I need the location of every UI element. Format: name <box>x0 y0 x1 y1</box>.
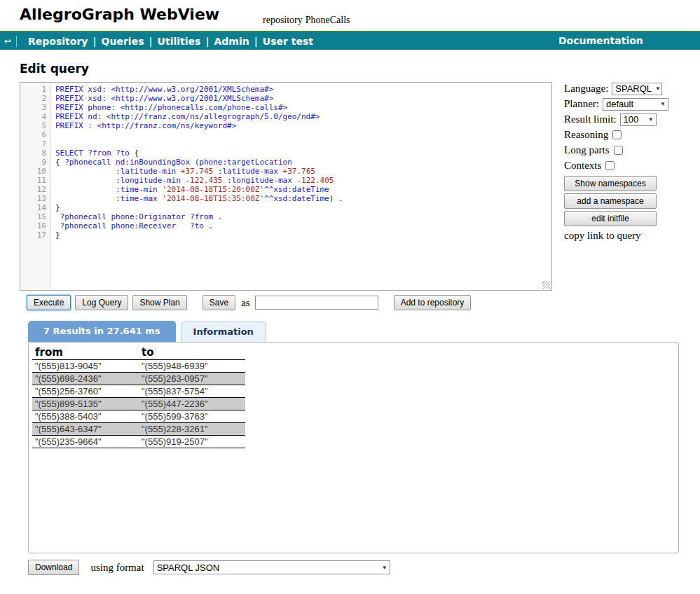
table-row: "(555)388-5403""(555)599-3763" <box>32 410 245 423</box>
reasoning-checkbox[interactable] <box>612 130 622 139</box>
result-cell: "(555)256-3760" <box>32 385 139 398</box>
contexts-checkbox[interactable] <box>605 161 615 170</box>
code-segment: PREFIX xsd: <http://www.w3.org/2001/XMLS… <box>55 94 273 103</box>
code-line: :time-min '2014-08-18T15:20:00Z'^^xsd:da… <box>55 185 551 194</box>
option-buttons: Show namespacesadd a namespaceedit initf… <box>564 176 683 226</box>
checkbox-label: Reasoning <box>564 129 608 141</box>
result-cell: "(555)228-3261" <box>139 423 245 436</box>
allegrograph-webview-app: AllegroGraph WebView repositoryPhoneCall… <box>0 0 700 594</box>
code-line: ?phonecall phone:Receiver ?to . <box>55 221 551 230</box>
code-segment: PREFIX phone: <http://phonecalls.com/pho… <box>55 103 287 112</box>
result-cell: "(555)948-6939" <box>139 360 245 373</box>
results-table-body: "(555)813-9045""(555)948-6939""(555)698-… <box>32 360 245 448</box>
planner-label: Planner: <box>564 98 599 110</box>
code-line <box>55 139 551 148</box>
line-number: 5 <box>20 121 46 130</box>
result-limit-label: Result limit: <box>564 113 617 125</box>
code-segment: :time-min <box>55 185 162 194</box>
result-cell: "(555)698-2436" <box>32 373 139 385</box>
resize-handle-icon[interactable] <box>542 281 550 289</box>
code-segment: :latitude-min <box>55 167 181 176</box>
line-number: 9 <box>20 158 46 167</box>
show-namespaces-button[interactable]: Show namespaces <box>564 176 657 191</box>
line-number: 7 <box>20 139 46 148</box>
nav-separator: | <box>205 36 209 47</box>
nav-item-repository[interactable]: Repository <box>28 36 88 47</box>
save-as-label: as <box>241 297 250 309</box>
nav-separator: | <box>149 36 152 47</box>
result-cell: "(555)388-5403" <box>32 410 139 423</box>
code-segment: ?phonecall nd:inBoundingBox (phone:targe… <box>64 158 292 167</box>
nav-item-documentation[interactable]: Documentation <box>558 35 643 46</box>
copy-link-to-query[interactable]: copy link to query <box>564 230 683 242</box>
code-segment: ^^xsd:dateTime <box>264 194 329 203</box>
tab-results[interactable]: 7 Results in 27.641 ms <box>28 321 176 342</box>
nav-item-user-test[interactable]: User test <box>263 36 313 47</box>
code-segment: SELECT ?from ?to <box>55 148 135 158</box>
code-segment: } <box>55 203 60 212</box>
result-cell: "(555)263-0957" <box>139 373 245 385</box>
code-segment: { <box>55 158 64 167</box>
table-row: "(555)643-6347""(555)228-3261" <box>32 423 245 436</box>
line-number: 13 <box>20 194 46 203</box>
chevron-down-icon: ▼ <box>648 116 654 123</box>
language-select[interactable]: SPARQL ▼ <box>612 83 662 95</box>
download-row: Download using format SPARQL JSON ▼ <box>28 560 390 575</box>
code-segment: . <box>209 221 214 230</box>
code-line: PREFIX xsd: <http://www.w3.org/2001/XMLS… <box>55 85 551 94</box>
nav-item-admin[interactable]: Admin <box>214 36 249 47</box>
code-line: } <box>55 203 551 212</box>
result-cell: "(555)919-2507" <box>139 436 245 448</box>
code-area[interactable]: PREFIX xsd: <http://www.w3.org/2001/XMLS… <box>51 83 551 290</box>
line-number: 14 <box>20 203 46 212</box>
line-number: 17 <box>20 230 46 240</box>
code-segment: :time-max <box>55 194 162 203</box>
nav-item-queries[interactable]: Queries <box>102 36 144 47</box>
result-cell: "(555)837-5754" <box>139 385 245 398</box>
execute-button[interactable]: Execute <box>27 295 71 310</box>
table-row: "(555)899-5135""(555)447-2236" <box>32 398 245 410</box>
result-cell: "(555)235-9664" <box>32 436 139 448</box>
results-table-head: fromto <box>32 345 245 360</box>
code-line: { ?phonecall nd:inBoundingBox (phone:tar… <box>55 158 551 167</box>
code-segment: PREFIX nd: <http://franz.com/ns/allegrog… <box>55 112 320 121</box>
download-format-selected-value: SPARQL JSON <box>157 562 220 573</box>
code-segment: { <box>135 148 139 158</box>
long-parts-checkbox[interactable] <box>614 146 623 155</box>
tab-information[interactable]: Information <box>181 322 266 342</box>
nav-separator: | <box>92 36 96 47</box>
line-number-gutter: 1234567891011121314151617 <box>20 83 51 290</box>
result-cell: "(555)599-3763" <box>139 410 245 423</box>
code-line: :longitude-min -122.435 :longitude-max -… <box>55 176 551 185</box>
language-label: Language: <box>564 83 608 95</box>
code-segment: . <box>218 212 223 221</box>
result-limit-select[interactable]: 100 ▼ <box>620 113 657 126</box>
back-icon[interactable]: ↩ <box>4 36 11 46</box>
code-line: } <box>55 230 551 240</box>
line-number: 15 <box>20 212 46 221</box>
add-a-namespace-button[interactable]: add a namespace <box>564 193 657 209</box>
save-button[interactable]: Save <box>203 295 235 310</box>
results-header-row: fromto <box>32 345 245 360</box>
code-segment: ?phonecall phone:Receiver ?to <box>55 221 209 230</box>
result-limit-row: Result limit: 100 ▼ <box>564 112 683 127</box>
nav-item-utilities[interactable]: Utilities <box>158 36 201 47</box>
edit-initfile-button[interactable]: edit initfile <box>564 211 657 226</box>
repository-name[interactable]: PhoneCalls <box>306 15 350 25</box>
chevron-down-icon: ▼ <box>382 565 387 571</box>
show-plan-button[interactable]: Show Plan <box>132 295 186 310</box>
table-row: "(555)256-3760""(555)837-5754" <box>32 385 245 398</box>
download-format-select[interactable]: SPARQL JSON ▼ <box>153 560 390 574</box>
result-limit-selected-value: 100 <box>624 114 639 125</box>
code-segment: :longitude-max <box>222 176 296 185</box>
save-name-input[interactable] <box>255 296 378 310</box>
code-segment: '2014-08-18T15:35:00Z' <box>162 194 264 203</box>
planner-select[interactable]: default ▼ <box>603 98 668 111</box>
add-to-repository-button[interactable]: Add to repository <box>394 295 472 310</box>
code-segment: -122.435 <box>185 176 222 185</box>
code-line <box>55 130 551 139</box>
query-editor[interactable]: 1234567891011121314151617 PREFIX xsd: <h… <box>20 82 552 291</box>
code-segment: } <box>55 230 60 240</box>
download-button[interactable]: Download <box>28 560 79 575</box>
log-query-button[interactable]: Log Query <box>75 295 128 310</box>
